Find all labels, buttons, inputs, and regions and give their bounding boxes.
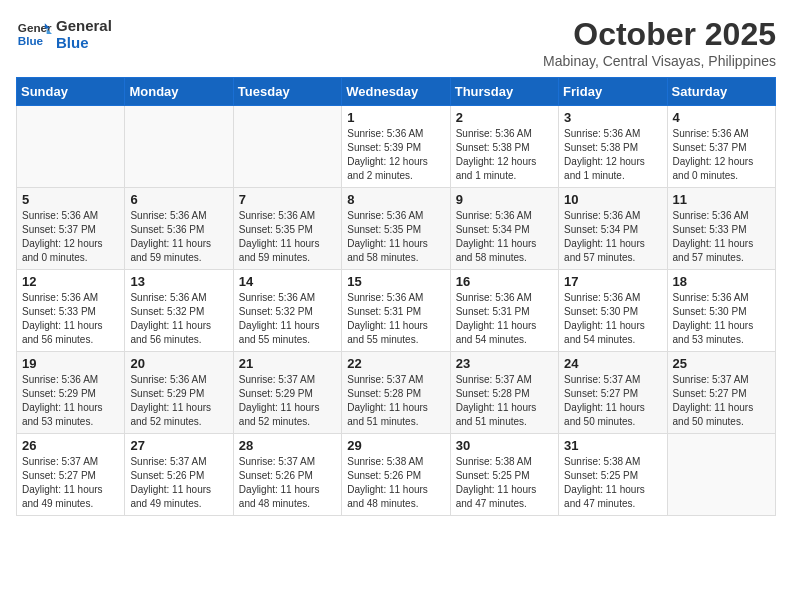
- calendar-week-row: 12Sunrise: 5:36 AMSunset: 5:33 PMDayligh…: [17, 270, 776, 352]
- day-info: Sunrise: 5:37 AMSunset: 5:28 PMDaylight:…: [456, 373, 553, 429]
- calendar-cell: 14Sunrise: 5:36 AMSunset: 5:32 PMDayligh…: [233, 270, 341, 352]
- calendar-cell: 26Sunrise: 5:37 AMSunset: 5:27 PMDayligh…: [17, 434, 125, 516]
- day-info: Sunrise: 5:36 AMSunset: 5:32 PMDaylight:…: [239, 291, 336, 347]
- calendar-cell: 10Sunrise: 5:36 AMSunset: 5:34 PMDayligh…: [559, 188, 667, 270]
- day-info: Sunrise: 5:37 AMSunset: 5:27 PMDaylight:…: [673, 373, 770, 429]
- calendar-cell: 15Sunrise: 5:36 AMSunset: 5:31 PMDayligh…: [342, 270, 450, 352]
- day-number: 11: [673, 192, 770, 207]
- logo-general-text: General: [56, 17, 112, 34]
- logo: General Blue General Blue: [16, 16, 112, 52]
- day-number: 26: [22, 438, 119, 453]
- day-number: 29: [347, 438, 444, 453]
- day-info: Sunrise: 5:36 AMSunset: 5:37 PMDaylight:…: [673, 127, 770, 183]
- day-number: 30: [456, 438, 553, 453]
- day-info: Sunrise: 5:36 AMSunset: 5:29 PMDaylight:…: [130, 373, 227, 429]
- day-number: 23: [456, 356, 553, 371]
- calendar-header-thursday: Thursday: [450, 78, 558, 106]
- day-info: Sunrise: 5:38 AMSunset: 5:25 PMDaylight:…: [564, 455, 661, 511]
- calendar-cell: [125, 106, 233, 188]
- day-number: 18: [673, 274, 770, 289]
- calendar-cell: 18Sunrise: 5:36 AMSunset: 5:30 PMDayligh…: [667, 270, 775, 352]
- day-info: Sunrise: 5:36 AMSunset: 5:34 PMDaylight:…: [456, 209, 553, 265]
- day-info: Sunrise: 5:36 AMSunset: 5:32 PMDaylight:…: [130, 291, 227, 347]
- day-info: Sunrise: 5:36 AMSunset: 5:36 PMDaylight:…: [130, 209, 227, 265]
- calendar-cell: 1Sunrise: 5:36 AMSunset: 5:39 PMDaylight…: [342, 106, 450, 188]
- day-info: Sunrise: 5:38 AMSunset: 5:25 PMDaylight:…: [456, 455, 553, 511]
- calendar-cell: 9Sunrise: 5:36 AMSunset: 5:34 PMDaylight…: [450, 188, 558, 270]
- day-number: 8: [347, 192, 444, 207]
- day-info: Sunrise: 5:36 AMSunset: 5:34 PMDaylight:…: [564, 209, 661, 265]
- month-title: October 2025: [543, 16, 776, 53]
- calendar-cell: 5Sunrise: 5:36 AMSunset: 5:37 PMDaylight…: [17, 188, 125, 270]
- calendar-cell: 25Sunrise: 5:37 AMSunset: 5:27 PMDayligh…: [667, 352, 775, 434]
- day-number: 10: [564, 192, 661, 207]
- calendar-cell: 3Sunrise: 5:36 AMSunset: 5:38 PMDaylight…: [559, 106, 667, 188]
- day-info: Sunrise: 5:36 AMSunset: 5:39 PMDaylight:…: [347, 127, 444, 183]
- day-info: Sunrise: 5:36 AMSunset: 5:29 PMDaylight:…: [22, 373, 119, 429]
- day-number: 6: [130, 192, 227, 207]
- calendar-cell: 29Sunrise: 5:38 AMSunset: 5:26 PMDayligh…: [342, 434, 450, 516]
- day-info: Sunrise: 5:38 AMSunset: 5:26 PMDaylight:…: [347, 455, 444, 511]
- calendar-cell: 22Sunrise: 5:37 AMSunset: 5:28 PMDayligh…: [342, 352, 450, 434]
- day-number: 31: [564, 438, 661, 453]
- calendar-cell: 11Sunrise: 5:36 AMSunset: 5:33 PMDayligh…: [667, 188, 775, 270]
- day-info: Sunrise: 5:37 AMSunset: 5:26 PMDaylight:…: [239, 455, 336, 511]
- day-number: 9: [456, 192, 553, 207]
- calendar-week-row: 19Sunrise: 5:36 AMSunset: 5:29 PMDayligh…: [17, 352, 776, 434]
- location-subtitle: Mabinay, Central Visayas, Philippines: [543, 53, 776, 69]
- calendar-week-row: 1Sunrise: 5:36 AMSunset: 5:39 PMDaylight…: [17, 106, 776, 188]
- title-block: October 2025 Mabinay, Central Visayas, P…: [543, 16, 776, 69]
- day-number: 15: [347, 274, 444, 289]
- day-info: Sunrise: 5:36 AMSunset: 5:31 PMDaylight:…: [347, 291, 444, 347]
- day-number: 27: [130, 438, 227, 453]
- calendar-cell: 16Sunrise: 5:36 AMSunset: 5:31 PMDayligh…: [450, 270, 558, 352]
- svg-text:Blue: Blue: [18, 34, 44, 47]
- calendar-cell: 12Sunrise: 5:36 AMSunset: 5:33 PMDayligh…: [17, 270, 125, 352]
- day-info: Sunrise: 5:36 AMSunset: 5:37 PMDaylight:…: [22, 209, 119, 265]
- day-number: 13: [130, 274, 227, 289]
- calendar-table: SundayMondayTuesdayWednesdayThursdayFrid…: [16, 77, 776, 516]
- day-info: Sunrise: 5:36 AMSunset: 5:38 PMDaylight:…: [564, 127, 661, 183]
- logo-icon: General Blue: [16, 16, 52, 52]
- calendar-header-row: SundayMondayTuesdayWednesdayThursdayFrid…: [17, 78, 776, 106]
- calendar-cell: 7Sunrise: 5:36 AMSunset: 5:35 PMDaylight…: [233, 188, 341, 270]
- calendar-cell: [17, 106, 125, 188]
- calendar-cell: 31Sunrise: 5:38 AMSunset: 5:25 PMDayligh…: [559, 434, 667, 516]
- calendar-cell: 6Sunrise: 5:36 AMSunset: 5:36 PMDaylight…: [125, 188, 233, 270]
- logo-blue-text: Blue: [56, 34, 112, 51]
- calendar-header-sunday: Sunday: [17, 78, 125, 106]
- day-number: 25: [673, 356, 770, 371]
- calendar-header-tuesday: Tuesday: [233, 78, 341, 106]
- calendar-week-row: 26Sunrise: 5:37 AMSunset: 5:27 PMDayligh…: [17, 434, 776, 516]
- day-number: 16: [456, 274, 553, 289]
- day-number: 1: [347, 110, 444, 125]
- calendar-cell: 20Sunrise: 5:36 AMSunset: 5:29 PMDayligh…: [125, 352, 233, 434]
- day-info: Sunrise: 5:37 AMSunset: 5:28 PMDaylight:…: [347, 373, 444, 429]
- day-number: 4: [673, 110, 770, 125]
- day-number: 14: [239, 274, 336, 289]
- calendar-header-wednesday: Wednesday: [342, 78, 450, 106]
- day-info: Sunrise: 5:36 AMSunset: 5:33 PMDaylight:…: [22, 291, 119, 347]
- day-number: 7: [239, 192, 336, 207]
- day-number: 12: [22, 274, 119, 289]
- calendar-week-row: 5Sunrise: 5:36 AMSunset: 5:37 PMDaylight…: [17, 188, 776, 270]
- calendar-cell: [233, 106, 341, 188]
- calendar-cell: 13Sunrise: 5:36 AMSunset: 5:32 PMDayligh…: [125, 270, 233, 352]
- calendar-cell: 23Sunrise: 5:37 AMSunset: 5:28 PMDayligh…: [450, 352, 558, 434]
- day-info: Sunrise: 5:36 AMSunset: 5:30 PMDaylight:…: [564, 291, 661, 347]
- day-number: 24: [564, 356, 661, 371]
- day-info: Sunrise: 5:36 AMSunset: 5:35 PMDaylight:…: [347, 209, 444, 265]
- calendar-header-friday: Friday: [559, 78, 667, 106]
- calendar-cell: 17Sunrise: 5:36 AMSunset: 5:30 PMDayligh…: [559, 270, 667, 352]
- day-info: Sunrise: 5:36 AMSunset: 5:30 PMDaylight:…: [673, 291, 770, 347]
- day-info: Sunrise: 5:36 AMSunset: 5:31 PMDaylight:…: [456, 291, 553, 347]
- day-number: 2: [456, 110, 553, 125]
- day-info: Sunrise: 5:37 AMSunset: 5:27 PMDaylight:…: [564, 373, 661, 429]
- day-info: Sunrise: 5:36 AMSunset: 5:35 PMDaylight:…: [239, 209, 336, 265]
- day-number: 22: [347, 356, 444, 371]
- day-info: Sunrise: 5:37 AMSunset: 5:29 PMDaylight:…: [239, 373, 336, 429]
- calendar-cell: 2Sunrise: 5:36 AMSunset: 5:38 PMDaylight…: [450, 106, 558, 188]
- day-number: 19: [22, 356, 119, 371]
- day-number: 3: [564, 110, 661, 125]
- calendar-cell: 21Sunrise: 5:37 AMSunset: 5:29 PMDayligh…: [233, 352, 341, 434]
